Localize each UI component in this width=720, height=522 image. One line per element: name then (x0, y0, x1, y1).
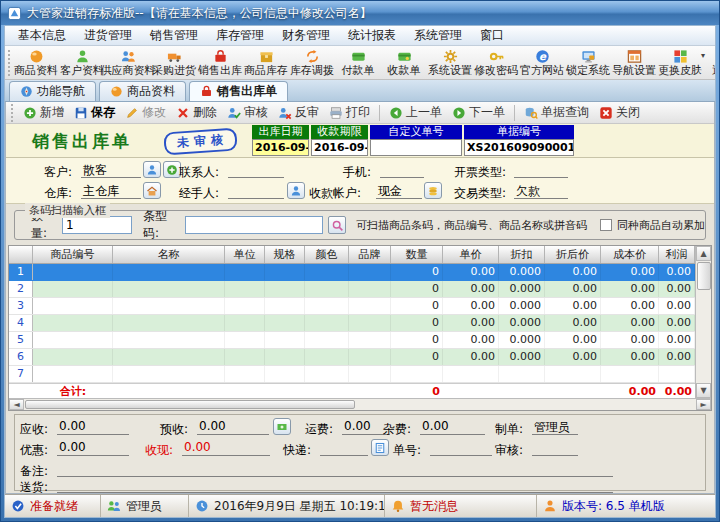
table-cell[interactable] (265, 332, 305, 348)
formbar-add-button[interactable]: 新增 (18, 102, 69, 123)
table-cell[interactable]: 0.00 (601, 315, 659, 331)
horizontal-scrollbar[interactable]: ◄ ► (9, 398, 711, 410)
outbound-date-value[interactable]: 2016-09-09 (252, 139, 309, 156)
table-cell[interactable]: 0.00 (659, 332, 695, 348)
table-cell[interactable] (33, 315, 113, 331)
handler-picker-button[interactable] (287, 182, 305, 199)
table-row[interactable]: 500.000.0000.000.000.00 (9, 332, 695, 349)
discount-value[interactable]: 0.00 (57, 440, 129, 456)
handler-value[interactable] (228, 183, 284, 199)
toolbar-button-customer[interactable]: 客户资料 (59, 47, 105, 79)
table-cell[interactable]: 0.00 (601, 281, 659, 297)
grid-col-header-5[interactable]: 颜色 (305, 246, 349, 263)
prepaid-value[interactable]: 0.00 (197, 419, 269, 435)
delivery-value[interactable] (57, 477, 613, 493)
warehouse-picker-button[interactable] (143, 182, 161, 199)
toolbar-button-exit[interactable]: 退出系统 (711, 47, 716, 79)
table-cell[interactable] (33, 264, 113, 280)
table-cell[interactable] (33, 332, 113, 348)
formbar-query-button[interactable]: 单据查询 (519, 102, 594, 123)
menu-item-7[interactable]: 系统管理 (405, 25, 471, 46)
table-cell[interactable] (33, 281, 113, 297)
table-cell[interactable] (349, 281, 391, 297)
table-cell[interactable]: 0.00 (443, 281, 499, 297)
tracking-value[interactable] (430, 440, 492, 456)
express-value[interactable] (320, 440, 368, 456)
table-cell[interactable] (33, 298, 113, 314)
grid-col-header-11[interactable]: 成本价 (601, 246, 659, 263)
table-cell[interactable] (113, 332, 225, 348)
table-cell[interactable]: 0.00 (659, 315, 695, 331)
toolbar-button-password[interactable]: 修改密码 (473, 47, 519, 79)
table-cell[interactable] (265, 281, 305, 297)
menu-item-5[interactable]: 财务管理 (273, 25, 339, 46)
table-cell[interactable] (225, 366, 265, 382)
auto-accumulate-checkbox[interactable] (600, 219, 612, 231)
table-cell[interactable]: 0 (391, 315, 443, 331)
form-toolbar-grip[interactable] (11, 102, 15, 126)
toolbar-grip[interactable] (8, 50, 10, 76)
toolbar-button-goods[interactable]: 商品资料 (13, 47, 59, 79)
horizontal-scroll-thumb[interactable] (25, 400, 355, 409)
table-cell[interactable] (349, 264, 391, 280)
grid-col-header-6[interactable]: 品牌 (349, 246, 391, 263)
formbar-print-button[interactable]: 打印 (324, 102, 375, 123)
table-cell[interactable] (499, 366, 545, 382)
menu-item-1[interactable]: 基本信息 (9, 25, 75, 46)
table-cell[interactable]: 0 (391, 298, 443, 314)
toolbar-button-transfer[interactable]: 库存调拨 (289, 47, 335, 79)
grid-col-header-12[interactable]: 利润 (659, 246, 695, 263)
grid-col-header-1[interactable]: 商品编号 (33, 246, 113, 263)
grid-col-header-2[interactable]: 名称 (113, 246, 225, 263)
warehouse-value[interactable]: 主仓库 (81, 183, 141, 199)
table-cell[interactable] (265, 298, 305, 314)
table-cell[interactable]: 0.000 (499, 332, 545, 348)
table-cell[interactable] (349, 315, 391, 331)
table-cell[interactable] (545, 366, 601, 382)
table-cell[interactable]: 0.00 (545, 349, 601, 365)
table-row[interactable]: 200.000.0000.000.000.00 (9, 281, 695, 298)
trade-type-value[interactable]: 欠款 (514, 183, 568, 199)
tracking-button[interactable] (371, 439, 389, 456)
toolbar-button-sales[interactable]: 销售出库 (197, 47, 243, 79)
table-cell[interactable]: 0.000 (499, 264, 545, 280)
table-cell[interactable] (225, 332, 265, 348)
table-cell[interactable] (225, 349, 265, 365)
formbar-audit-button[interactable]: 审核 (222, 102, 273, 123)
toolbar-button-stock[interactable]: 商品库存 (243, 47, 289, 79)
table-cell[interactable] (265, 349, 305, 365)
tab-goods-data[interactable]: 商品资料 (99, 81, 186, 101)
row-number-cell[interactable]: 5 (9, 332, 33, 348)
toolbar-button-navset[interactable]: 导航设置 (611, 47, 657, 79)
vertical-scrollbar[interactable]: ▲ ▼ (695, 246, 711, 398)
toolbar-button-supplier[interactable]: 供应商资料 (105, 47, 151, 79)
doc-no-value[interactable]: XS201609090001 (464, 139, 574, 156)
scroll-down-arrow[interactable]: ▼ (696, 383, 711, 398)
pay-account-value[interactable]: 现金 (376, 183, 422, 199)
scroll-left-arrow[interactable]: ◄ (9, 399, 24, 410)
row-number-cell[interactable]: 6 (9, 349, 33, 365)
table-cell[interactable]: 0.00 (601, 349, 659, 365)
table-cell[interactable] (113, 366, 225, 382)
table-cell[interactable] (305, 281, 349, 297)
row-number-cell[interactable]: 3 (9, 298, 33, 314)
table-cell[interactable] (349, 332, 391, 348)
custom-doc-no-value[interactable] (370, 139, 462, 156)
tab-sales-order[interactable]: 销售出库单 (189, 81, 288, 101)
table-cell[interactable] (225, 281, 265, 297)
table-cell[interactable] (265, 264, 305, 280)
table-cell[interactable]: 0.00 (545, 332, 601, 348)
table-cell[interactable] (601, 366, 659, 382)
grid-col-header-4[interactable]: 规格 (265, 246, 305, 263)
table-cell[interactable]: 0.00 (443, 264, 499, 280)
table-cell[interactable] (33, 366, 113, 382)
misc-fee-value[interactable]: 0.00 (420, 419, 485, 435)
mobile-value[interactable] (380, 162, 424, 178)
formbar-save-button[interactable]: 保存 (69, 102, 120, 123)
table-cell[interactable] (349, 298, 391, 314)
formbar-unaudit-button[interactable]: 反审 (273, 102, 324, 123)
payment-due-date-value[interactable]: 2016-09-09 (311, 139, 368, 156)
table-cell[interactable] (225, 298, 265, 314)
qty-input[interactable] (62, 216, 132, 234)
receivable-value[interactable]: 0.00 (57, 419, 129, 435)
